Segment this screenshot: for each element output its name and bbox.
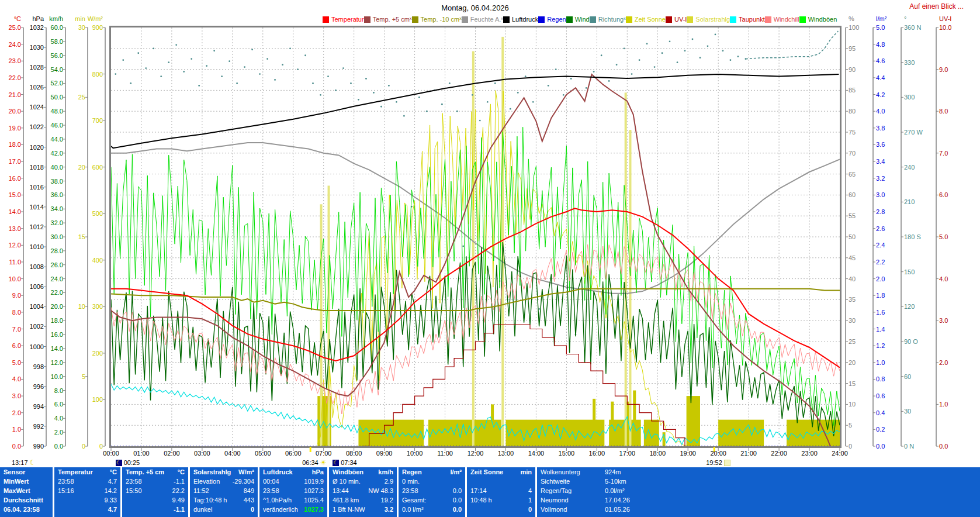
- axis-tick-label: 16.0: [0, 332, 63, 338]
- axis-tick-label: 0.6: [876, 393, 885, 399]
- axis-tick-label: 30: [849, 318, 856, 324]
- cell-label: 00:04: [263, 477, 279, 486]
- time-tick-label: 24:00: [827, 450, 853, 457]
- table-row: 00:041019.9: [259, 477, 327, 486]
- axis-tick-label: 1030: [0, 44, 44, 51]
- cell-value: 9.33: [105, 495, 117, 505]
- table-row: 23:580.0: [399, 486, 465, 495]
- cell-label: 15:50: [126, 486, 142, 495]
- axis-tick-label: 300: [0, 304, 103, 310]
- time-tick-label: 07:00: [311, 450, 337, 457]
- cell-value: 924m: [605, 467, 621, 477]
- axis-tick-label: 4.0: [939, 276, 948, 282]
- axis-tick-label: 600: [0, 164, 103, 171]
- cell-value: 3.2: [385, 505, 393, 514]
- cell-label: 13:44: [333, 486, 349, 495]
- cell-value: 17.04.26: [605, 495, 630, 505]
- axis-tick-label: 80: [849, 108, 856, 115]
- axis-tick-label: 4.8: [876, 42, 885, 48]
- cell-value: 1019.9: [304, 477, 324, 486]
- axis-tick-label: 8.0: [939, 108, 948, 115]
- cell-label: 17:14: [470, 486, 487, 495]
- weather-chart: [0, 0, 980, 517]
- axis-tick-label: 58.0: [0, 39, 63, 45]
- cell-value: 0: [528, 505, 532, 514]
- axis-tick-label: 900: [0, 25, 103, 31]
- cell-label: Gesamt:: [402, 495, 427, 505]
- time-tick-label: 11:00: [432, 450, 458, 457]
- axis-tick-label: 2.4: [876, 242, 885, 249]
- axis-tick-label: 0.2: [876, 426, 885, 433]
- axis-tick-label: 1.2: [876, 343, 885, 349]
- axis-tick-label: 120: [904, 304, 915, 310]
- table-row: 11:52849: [190, 486, 258, 495]
- table-row: 23:584.7: [54, 477, 120, 486]
- axis-tick-label: 23.0: [0, 58, 21, 64]
- axis-tick-label: 3.4: [876, 158, 885, 165]
- time-tick-label: 20:00: [705, 450, 731, 457]
- axis-tick-label: 8.0: [0, 309, 21, 316]
- axis-tick-label: 800: [0, 71, 103, 78]
- table-row: 15:5022.2: [122, 486, 188, 495]
- axis-tick-label: 4.0: [0, 415, 63, 422]
- time-tick-label: 03:00: [189, 450, 215, 457]
- cell-value: 849: [244, 486, 254, 495]
- axis-tick-label: 7.0: [939, 150, 948, 157]
- cell-value: 01.05.26: [605, 505, 630, 514]
- axis-tick-label: 35: [849, 297, 856, 303]
- axis-tick-label: 180 S: [904, 234, 921, 240]
- time-tick-label: 04:00: [220, 450, 245, 457]
- cell-value: -29.304: [233, 477, 254, 486]
- axis-tick-label: 30: [904, 408, 911, 415]
- axis-tick-label: 36.0: [0, 192, 63, 198]
- cell-label: Tag:10:48 h: [193, 495, 227, 505]
- table-row: 15:1614.2: [54, 486, 120, 495]
- cell-label: 461.8 km: [333, 495, 359, 505]
- axis-tick-label: 4.0: [876, 108, 885, 115]
- astro-time: 00:25: [124, 459, 140, 466]
- cell-value: 0.0l/m²: [605, 486, 625, 495]
- table-row: dunkel0: [190, 505, 258, 514]
- axis-tick-label: 28.0: [0, 248, 63, 254]
- axis-tick-label: 55: [849, 213, 856, 219]
- axis-tick-label: 0: [849, 443, 852, 450]
- cell-label: dunkel: [193, 505, 212, 514]
- table-row: Sichtweite5-10km: [537, 477, 980, 486]
- table-col-solarstrahlg: SolarstrahlgW/m²Elevation-29.30411:52849…: [190, 467, 258, 517]
- axis-tick-label: 360 N: [904, 25, 921, 31]
- table-row: Windböenkm/h: [329, 467, 397, 477]
- cell-value: °C: [178, 467, 185, 477]
- sunset-icon: [724, 460, 730, 466]
- table-row: 9.49: [122, 495, 188, 505]
- weather-app-window: Montag, 06.04.2026 Auf einen Blick ... T…: [0, 0, 980, 517]
- cell-label: MaxWert: [4, 486, 30, 495]
- cell-label: ^1.0hPa/h: [263, 495, 292, 505]
- axis-tick-label: 50: [849, 234, 856, 240]
- axis-tick-label: 500: [0, 211, 103, 217]
- axis-tick-label: 6.0: [939, 192, 948, 198]
- axis-tick-label: 42.0: [0, 150, 63, 157]
- table-col-sensor: SensorMinWertMaxWertDurchschnitt06.04. 2…: [0, 467, 53, 517]
- axis-title: UV-I: [939, 16, 951, 22]
- axis-title: °: [904, 16, 906, 22]
- cell-label: 23:58: [263, 486, 279, 495]
- axis-tick-label: 2.0: [0, 429, 63, 436]
- axis-tick-label: 90 O: [904, 339, 918, 345]
- cell-label: Vollmond: [541, 505, 605, 514]
- axis-tick-label: 60: [849, 192, 856, 198]
- astro-time: 13:17: [12, 459, 28, 466]
- axis-tick-label: 1016: [0, 184, 44, 191]
- cell-label: 23:58: [402, 486, 418, 495]
- axis-tick-label: 25: [849, 339, 856, 345]
- axis-tick-label: 3.0: [939, 318, 948, 324]
- axis-tick-label: 0: [0, 443, 103, 450]
- axis-tick-label: 0 N: [904, 443, 914, 450]
- table-row: Vollmond01.05.26: [537, 505, 980, 514]
- time-tick-label: 01:00: [129, 450, 154, 457]
- astro-time: 19:52: [706, 459, 722, 466]
- cell-value: NW 48.3: [368, 486, 393, 495]
- cell-label: 06.04. 23:58: [4, 505, 40, 514]
- axis-tick-label: 10.0: [939, 25, 951, 31]
- axis-tick-label: 10: [849, 401, 856, 408]
- time-tick-label: 17:00: [614, 450, 640, 457]
